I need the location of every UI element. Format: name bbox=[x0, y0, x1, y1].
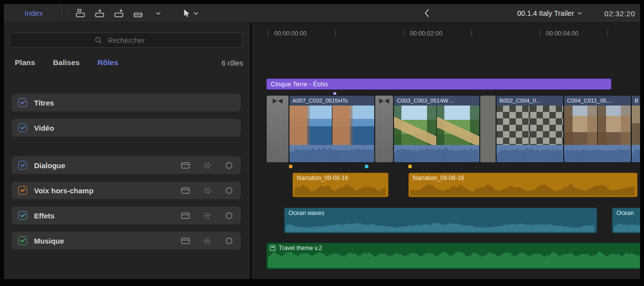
role-controls bbox=[181, 162, 233, 169]
edit-tools-chevron-down-icon[interactable] bbox=[156, 12, 161, 15]
tab-plans[interactable]: Plans bbox=[15, 58, 35, 67]
role-checkbox[interactable] bbox=[18, 98, 27, 107]
waveform bbox=[268, 250, 640, 268]
keyword-marker[interactable] bbox=[408, 165, 412, 168]
role-label: Titres bbox=[34, 99, 54, 107]
role-label: Effets bbox=[34, 212, 55, 220]
video-clip[interactable]: B002_C004_0… bbox=[496, 95, 564, 163]
role-checkbox[interactable] bbox=[18, 161, 27, 170]
solo-icon[interactable] bbox=[225, 162, 233, 169]
role-row-titres[interactable]: Titres bbox=[12, 94, 241, 111]
check-icon bbox=[20, 125, 25, 130]
clip-audio-area bbox=[564, 145, 631, 162]
timeline-pane: 00:00:00:00 00:00:02:00 00:00:04:00 Cinq… bbox=[251, 23, 640, 279]
arrow-tool-button[interactable] bbox=[183, 9, 198, 17]
clip-thumbnail bbox=[289, 106, 374, 145]
title-clip[interactable]: Cinque Terre - Écho bbox=[266, 78, 611, 90]
solo-icon[interactable] bbox=[225, 212, 233, 219]
clip-thumbnail bbox=[497, 106, 563, 145]
overwrite-clip-icon[interactable] bbox=[134, 9, 143, 17]
video-clip[interactable]: B bbox=[631, 95, 640, 163]
clip-audio-area bbox=[632, 145, 640, 162]
index-toggle-button[interactable]: Index bbox=[25, 9, 43, 17]
edit-tools-group bbox=[76, 9, 161, 17]
video-clip[interactable]: A007_C032_0515HTs bbox=[289, 95, 375, 163]
role-checkbox[interactable] bbox=[18, 123, 27, 132]
transition-icon bbox=[272, 98, 284, 104]
placeholder-clip[interactable] bbox=[480, 95, 496, 163]
title-clip-name: Cinque Terre - Écho bbox=[271, 80, 327, 88]
audio-clip-narration[interactable]: Narration_09-08-16 bbox=[408, 173, 638, 197]
audio-clip-narration[interactable]: Narration_09-08-16 bbox=[292, 173, 389, 197]
clip-audio-area bbox=[497, 145, 563, 162]
timecode-display: 02:32:20 bbox=[605, 4, 635, 23]
toolbar-divider bbox=[64, 4, 64, 22]
role-row-voix-hors-champ[interactable]: Voix hors-champ bbox=[12, 181, 241, 199]
focus-icon[interactable] bbox=[203, 238, 212, 244]
role-row-effets[interactable]: Effets bbox=[12, 207, 241, 224]
index-tabs: Plans Balises Rôles bbox=[15, 58, 118, 67]
audio-lanes-icon[interactable] bbox=[181, 213, 190, 219]
project-name-dropdown[interactable]: 00.1.4 Italy Trailer bbox=[517, 4, 582, 23]
main-area: Plans Balises Rôles 6 rôles Titres Vidéo… bbox=[4, 23, 640, 279]
timeline-ruler[interactable]: 00:00:00:00 00:00:02:00 00:00:04:00 bbox=[251, 23, 640, 41]
solo-icon[interactable] bbox=[225, 237, 233, 245]
focus-icon[interactable] bbox=[203, 162, 212, 169]
clip-name: Ocean waves bbox=[285, 210, 597, 216]
keyword-marker[interactable] bbox=[289, 165, 292, 168]
connect-clip-icon[interactable] bbox=[76, 9, 85, 17]
ruler-tick bbox=[335, 30, 336, 36]
clip-name: A007_C032_0515HTs bbox=[289, 96, 374, 106]
insert-clip-icon[interactable] bbox=[95, 9, 105, 17]
video-clip[interactable]: C004_C011_05… bbox=[564, 95, 631, 163]
ruler-tick bbox=[403, 30, 404, 36]
role-row-musique[interactable]: Musique bbox=[12, 232, 241, 250]
role-checkbox[interactable] bbox=[18, 211, 27, 220]
role-label: Voix hors-champ bbox=[34, 186, 94, 195]
clip-name: Ocean bbox=[612, 210, 640, 216]
ruler-tick bbox=[539, 30, 540, 36]
role-checkbox[interactable] bbox=[18, 186, 27, 195]
back-chevron-icon[interactable] bbox=[424, 9, 429, 17]
tab-balises[interactable]: Balises bbox=[53, 58, 79, 67]
music-clip[interactable]: Travel theme v.2 bbox=[266, 243, 640, 269]
clip-name: C003_C003_0514W… bbox=[394, 96, 479, 106]
clip-name: B002_C004_0… bbox=[497, 96, 563, 106]
ruler-label: 00:00:00:00 bbox=[274, 30, 307, 37]
ruler-tick bbox=[608, 30, 608, 36]
transition-icon bbox=[378, 98, 390, 104]
audio-lanes-icon[interactable] bbox=[181, 187, 190, 194]
audio-clip-ocean[interactable]: Ocean bbox=[612, 208, 640, 233]
tab-roles[interactable]: Rôles bbox=[98, 58, 118, 67]
waveform bbox=[614, 218, 640, 232]
role-controls bbox=[181, 237, 233, 245]
waveform bbox=[286, 218, 595, 232]
video-clip[interactable]: C003_C003_0514W… bbox=[394, 95, 480, 163]
audio-clip-ocean[interactable]: Ocean waves bbox=[284, 208, 597, 233]
focus-icon[interactable] bbox=[203, 213, 212, 219]
search-input[interactable] bbox=[10, 33, 242, 47]
toolbar: Index 00.1.4 Italy Trailer 02:32:20 bbox=[4, 4, 640, 23]
transition-clip[interactable] bbox=[266, 95, 289, 163]
keyword-marker[interactable] bbox=[365, 165, 368, 168]
transition-clip[interactable] bbox=[375, 95, 394, 163]
focus-icon[interactable] bbox=[203, 187, 212, 194]
role-controls bbox=[181, 187, 233, 194]
solo-icon[interactable] bbox=[225, 187, 233, 194]
check-icon bbox=[20, 187, 25, 192]
audio-lanes-icon[interactable] bbox=[181, 238, 190, 244]
waveform bbox=[394, 145, 479, 162]
clip-name: C004_C011_05… bbox=[564, 96, 631, 106]
append-clip-icon[interactable] bbox=[114, 9, 124, 17]
clip-name: B bbox=[632, 96, 640, 106]
role-controls bbox=[181, 212, 233, 219]
role-checkbox[interactable] bbox=[18, 236, 27, 245]
role-row-dialogue[interactable]: Dialogue bbox=[12, 156, 241, 174]
final-cut-pro-window: Index 00.1.4 Italy Trailer 02:32:20 bbox=[4, 4, 640, 279]
role-row-video[interactable]: Vidéo bbox=[12, 119, 241, 137]
search-field[interactable] bbox=[10, 33, 243, 48]
audio-lanes-icon[interactable] bbox=[181, 162, 190, 169]
app-window: Index 00.1.4 Italy Trailer 02:32:20 bbox=[0, 0, 644, 286]
clip-audio-area bbox=[289, 145, 374, 162]
title-anchor-marker[interactable] bbox=[333, 92, 336, 95]
